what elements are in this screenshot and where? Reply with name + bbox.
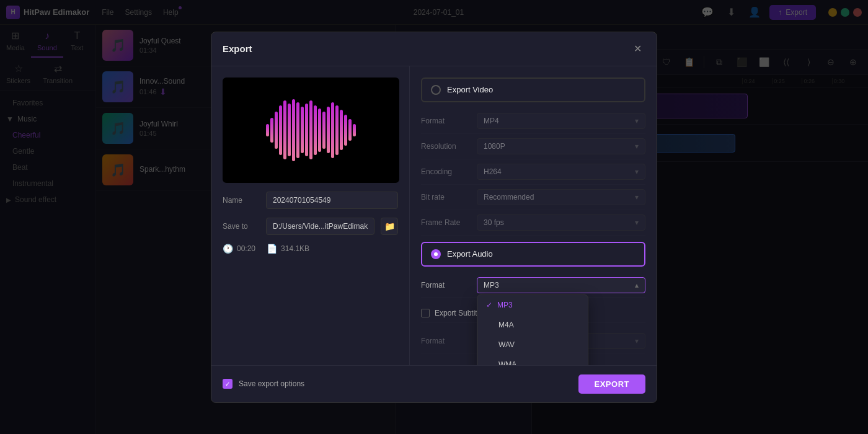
wv-bar <box>327 107 330 153</box>
format-row: Format MP4 ▾ <box>421 108 645 134</box>
duration-meta: 🕐 00:20 <box>223 244 255 254</box>
wv-bar <box>288 104 291 156</box>
wv-bar <box>275 112 278 149</box>
export-audio-radio[interactable] <box>431 249 441 259</box>
wv-bar <box>283 100 286 159</box>
resolution-row: Resolution 1080P ▾ <box>421 134 645 159</box>
modal-meta: 🕐 00:20 📄 314.1KB <box>223 244 398 254</box>
save-to-field-row: Save to 📁 <box>223 218 398 235</box>
framerate-chevron-icon: ▾ <box>635 218 639 227</box>
export-video-radio[interactable] <box>431 85 441 95</box>
wv-bar <box>301 107 304 153</box>
wv-bar <box>270 118 273 143</box>
wv-bar <box>335 105 339 155</box>
wv-bar <box>340 110 343 150</box>
export-subtitles-checkbox[interactable] <box>421 309 430 317</box>
format-select[interactable]: MP4 ▾ <box>477 113 645 129</box>
format-chevron-icon: ▾ <box>635 117 639 125</box>
wv-bar <box>266 124 269 136</box>
wv-bar <box>305 104 308 156</box>
export-audio-option[interactable]: Export Audio <box>421 242 645 267</box>
modal-body: Name Save to 📁 🕐 00:20 📄 314.1KB <box>211 66 657 365</box>
dropdown-mp3[interactable]: ✓ MP3 <box>477 295 588 315</box>
video-settings: Format MP4 ▾ Resolution 1080P ▾ <box>421 108 645 236</box>
modal-footer: ✓ Save export options Export <box>211 365 657 402</box>
file-icon: 📄 <box>267 244 277 254</box>
framerate-select[interactable]: 30 fps ▾ <box>477 215 645 231</box>
export-modal: Export ✕ <box>211 32 657 403</box>
wv-bar <box>353 124 356 136</box>
modal-overlay: Export ✕ <box>0 0 868 434</box>
audio-format-select[interactable]: MP3 ▴ <box>477 277 645 293</box>
audio-format-wrapper: MP3 ▴ ✓ MP3 M4A <box>477 277 645 293</box>
check-icon: ✓ <box>486 301 492 309</box>
encoding-chevron-icon: ▾ <box>635 167 639 176</box>
encoding-row: Encoding H264 ▾ <box>421 159 645 185</box>
wv-bar <box>344 115 347 146</box>
wv-bar <box>318 108 321 152</box>
resolution-chevron-icon: ▾ <box>635 142 639 151</box>
modal-title: Export <box>223 43 252 54</box>
wv-bar <box>309 100 312 159</box>
audio-format-chevron-icon: ▴ <box>635 281 639 290</box>
export-main-button[interactable]: Export <box>578 374 645 394</box>
dropdown-m4a[interactable]: M4A <box>477 315 588 335</box>
modal-header: Export ✕ <box>211 32 657 66</box>
save-options-checkbox[interactable]: ✓ <box>223 379 232 389</box>
filesize-meta: 📄 314.1KB <box>267 244 309 254</box>
subtitle-format-chevron-icon: ▾ <box>635 337 639 345</box>
name-input[interactable] <box>266 192 398 209</box>
resolution-select[interactable]: 1080P ▾ <box>477 138 645 154</box>
encoding-select[interactable]: H264 ▾ <box>477 164 645 180</box>
modal-left: Name Save to 📁 🕐 00:20 📄 314.1KB <box>211 66 410 365</box>
wv-bar <box>322 112 326 149</box>
dropdown-wma[interactable]: WMA <box>477 355 588 365</box>
framerate-row: Frame Rate 30 fps ▾ <box>421 210 645 236</box>
audio-format-dropdown: ✓ MP3 M4A WAV <box>477 294 588 365</box>
wv-bar <box>279 105 282 155</box>
wv-bar <box>292 99 295 161</box>
preview-area <box>223 78 399 183</box>
clock-icon: 🕐 <box>223 244 233 254</box>
browse-button[interactable]: 📁 <box>381 218 398 235</box>
wv-bar <box>296 102 299 158</box>
wv-bar <box>348 119 352 141</box>
waveform-preview <box>266 93 356 167</box>
modal-right: Export Video Format MP4 ▾ Resolution <box>410 66 657 365</box>
save-to-input[interactable] <box>266 218 374 235</box>
dropdown-wav[interactable]: WAV <box>477 335 588 355</box>
bitrate-row: Bit rate Recommended ▾ <box>421 185 645 210</box>
audio-format-row: Format MP3 ▴ ✓ MP3 <box>421 273 645 298</box>
wv-bar <box>314 105 317 155</box>
bitrate-select[interactable]: Recommended ▾ <box>477 189 645 205</box>
export-video-option[interactable]: Export Video <box>421 78 645 102</box>
modal-close-button[interactable]: ✕ <box>629 41 645 57</box>
name-field-row: Name <box>223 192 398 209</box>
wv-bar <box>331 102 334 158</box>
bitrate-chevron-icon: ▾ <box>635 193 639 202</box>
